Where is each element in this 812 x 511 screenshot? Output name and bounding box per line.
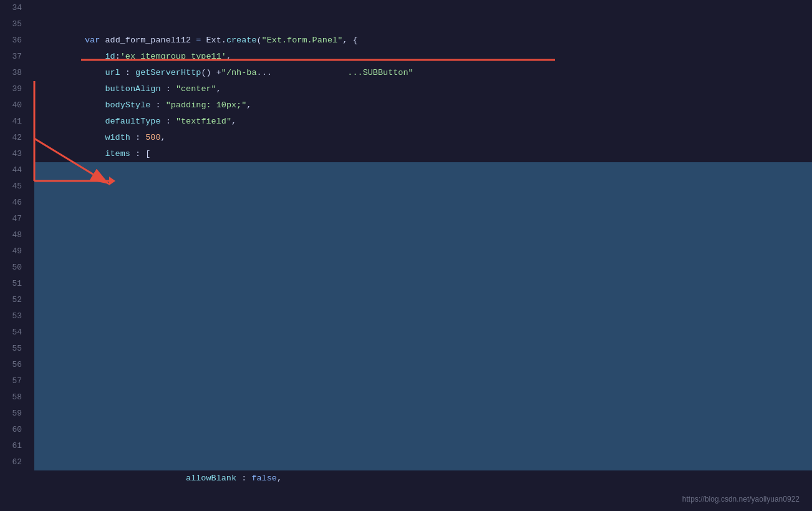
code-line-41: width : 500, [34, 114, 812, 130]
line-num-37: 37 [0, 49, 27, 65]
code-line-52: id : "oldSysCode", [34, 292, 812, 308]
line-num-60: 60 [0, 422, 27, 438]
line-num-44: 44 [0, 162, 27, 178]
watermark: https://blog.csdn.net/yaoliyuan0922 [682, 495, 800, 504]
line-num-42: 42 [0, 130, 27, 146]
line-num-51: 51 [0, 276, 27, 292]
line-num-61: 61 [0, 438, 27, 454]
line-num-46: 46 [0, 195, 27, 211]
code-line-62: allowBlank : false, [34, 454, 812, 470]
code-line-38: buttonAlign : "center", [34, 65, 812, 81]
code-line-42: items : [ [34, 130, 812, 146]
line-num-59: 59 [0, 406, 27, 422]
code-line-34 [34, 0, 812, 16]
line-num-35: 35 [0, 16, 27, 32]
line-num-34: 34 [0, 0, 27, 16]
code-line-58: xtype : "textfield", [34, 389, 812, 406]
code-line-36: id:'ex_itemgroup_type11', [34, 32, 812, 49]
line-num-47: 47 [0, 211, 27, 227]
line-num-39: 39 [0, 81, 27, 97]
code-line-39: bodyStyle : "padding: 10px;", [34, 81, 812, 97]
code-line-55: allowBlank : false, [34, 341, 812, 357]
line-num-36: 36 [0, 32, 27, 49]
code-line-56: },{ [34, 357, 812, 373]
line-numbers: 34 35 36 37 38 39 40 41 42 43 44 45 46 4… [0, 0, 34, 511]
code-line-48: items : [ [34, 227, 812, 243]
code-line-59: id:"newMenuCode", [34, 406, 812, 422]
code-line-45: xtype : "fieldcontainer", [34, 178, 812, 195]
code-line-61: emptyText: '--填写三位编码--', [34, 438, 812, 454]
code-line-60: name : "newMenuCode", [34, 422, 812, 438]
code-line-37: url : getServerHttp() +"/nh-ba... ...SUB… [34, 49, 812, 65]
code-line-43: {fieldLabel : "名称",name : "menu_name",al… [34, 146, 812, 162]
code-line-54: readOnly : true, [34, 324, 812, 341]
code-line-40: defaultType : "textfield", [34, 97, 812, 114]
line-num-48: 48 [0, 227, 27, 243]
line-num-58: 58 [0, 389, 27, 406]
code-content: var add_form_panel112 = Ext.create("Ext.… [34, 0, 812, 511]
line-num-57: 57 [0, 373, 27, 389]
line-num-43: 43 [0, 146, 27, 162]
code-line-49: { [34, 243, 812, 260]
line-num-55: 55 [0, 341, 27, 357]
line-num-54: 54 [0, 324, 27, 341]
line-num-45: 45 [0, 178, 27, 195]
line-num-53: 53 [0, 308, 27, 324]
line-num-38: 38 [0, 65, 27, 81]
code-line-44: { [34, 162, 812, 178]
code-line-47: layout : "hbox", [34, 211, 812, 227]
code-editor: 34 35 36 37 38 39 40 41 42 43 44 45 46 4… [0, 0, 812, 511]
line-num-50: 50 [0, 260, 27, 276]
line-num-41: 41 [0, 114, 27, 130]
line-num-56: 56 [0, 357, 27, 373]
line-num-62: 62 [0, 454, 27, 470]
code-line-35: var add_form_panel112 = Ext.create("Ext.… [34, 16, 812, 32]
code-line-51: xtype : "textfield", [34, 276, 812, 292]
code-line-53: name : "oldSysCode", [34, 308, 812, 324]
line-num-52: 52 [0, 292, 27, 308]
line-num-49: 49 [0, 243, 27, 260]
code-line-50: width : 120, [34, 260, 812, 276]
code-line-46: fieldLabel : "编码", [34, 195, 812, 211]
line-num-40: 40 [0, 97, 27, 114]
code-line-57: width : 130, [34, 373, 812, 389]
